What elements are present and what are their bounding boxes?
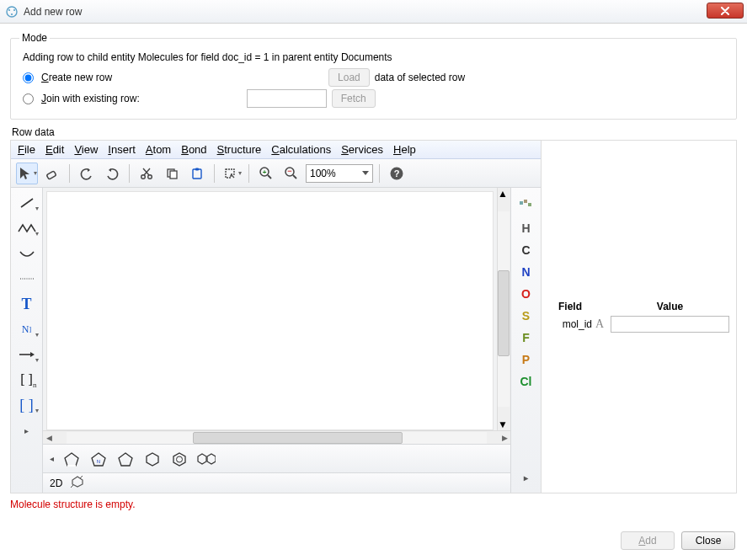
nlabel-tool[interactable]: N]▾ xyxy=(14,319,40,339)
cyclopentane-open[interactable] xyxy=(62,451,81,467)
clean-icon[interactable] xyxy=(71,476,84,490)
menu-edit[interactable]: Edit xyxy=(45,143,64,156)
hexagon-shape[interactable] xyxy=(143,451,162,467)
editor-main: File Edit View Insert Atom Bond Structur… xyxy=(11,141,542,493)
cyclopentane-n[interactable]: N xyxy=(89,451,108,467)
svg-text:N: N xyxy=(97,459,100,464)
curve-tool[interactable] xyxy=(14,243,40,264)
add-button[interactable]: Add xyxy=(621,531,675,550)
menu-file[interactable]: File xyxy=(18,143,35,156)
svg-point-5 xyxy=(141,174,146,179)
bracket-n-tool[interactable]: [ ]n xyxy=(14,370,40,390)
chain-tool[interactable]: ▾ xyxy=(14,218,40,238)
join-row-label[interactable]: Join with existing row: xyxy=(41,93,140,104)
element-cl[interactable]: Cl xyxy=(520,375,532,388)
element-toolbox: H C N O S F P Cl ▸ xyxy=(510,188,541,493)
menu-bond[interactable]: Bond xyxy=(181,143,206,156)
join-id-input[interactable] xyxy=(247,89,327,108)
zoom-in-button[interactable]: + xyxy=(255,163,277,184)
menu-services[interactable]: Services xyxy=(341,143,383,156)
svg-rect-9 xyxy=(193,169,201,179)
field-value-input[interactable] xyxy=(611,316,729,333)
svg-point-1 xyxy=(8,8,10,10)
svg-rect-8 xyxy=(170,171,177,179)
window-close-button[interactable] xyxy=(707,3,744,19)
copy-button[interactable] xyxy=(161,163,183,184)
fused-shape[interactable] xyxy=(197,451,216,467)
paste-button[interactable] xyxy=(186,163,208,184)
benzene-shape[interactable] xyxy=(170,451,189,467)
element-s[interactable]: S xyxy=(522,309,530,323)
mode-legend: Mode xyxy=(19,32,50,44)
menu-view[interactable]: View xyxy=(74,143,98,156)
element-p[interactable]: P xyxy=(522,353,530,366)
create-row-label[interactable]: Create new row xyxy=(41,72,112,83)
right-expand[interactable]: ▸ xyxy=(514,467,539,488)
menu-atom[interactable]: Atom xyxy=(146,143,171,156)
load-button[interactable]: Load xyxy=(328,68,370,87)
svg-marker-30 xyxy=(72,477,83,487)
svg-text:−: − xyxy=(287,167,291,175)
canvas[interactable] xyxy=(46,191,494,430)
dash-tool[interactable] xyxy=(14,269,40,289)
element-f[interactable]: F xyxy=(522,331,530,344)
zoom-select[interactable]: 100% xyxy=(306,164,373,183)
workspace: ▾ ▾ T N]▾ ▾ [ ]n [ ]▾ ▸ ▲▼ ◀▶ xyxy=(11,188,541,493)
svg-text:+: + xyxy=(263,168,267,175)
join-row-radio[interactable] xyxy=(23,93,34,104)
text-tool[interactable]: T xyxy=(14,294,40,314)
svg-line-32 xyxy=(71,485,73,488)
svg-marker-25 xyxy=(147,453,158,466)
svg-marker-28 xyxy=(198,454,206,464)
hscrollbar[interactable]: ◀▶ xyxy=(43,430,510,444)
help-button[interactable]: ? xyxy=(386,163,408,184)
svg-marker-24 xyxy=(119,453,132,466)
left-expand[interactable]: ▸ xyxy=(14,420,40,440)
shape-toolbar: ◂ N xyxy=(43,444,510,472)
lasso-tool[interactable]: ▾ xyxy=(221,163,243,184)
menubar: File Edit View Insert Atom Bond Structur… xyxy=(11,141,541,159)
periodic-icon[interactable] xyxy=(514,193,539,213)
svg-rect-10 xyxy=(195,168,199,170)
view-mode-2d[interactable]: 2D xyxy=(50,477,62,489)
zoom-out-button[interactable]: − xyxy=(280,163,302,184)
menu-help[interactable]: Help xyxy=(393,143,416,156)
arrow-tool[interactable]: ▾ xyxy=(14,344,40,365)
load-hint: data of selected row xyxy=(375,72,465,83)
menu-insert[interactable]: Insert xyxy=(108,143,136,156)
element-n[interactable]: N xyxy=(521,265,530,279)
cut-button[interactable] xyxy=(136,163,157,184)
titlebar: Add new row xyxy=(0,0,747,24)
single-bond-tool[interactable]: ▾ xyxy=(14,193,40,213)
fetch-button[interactable]: Fetch xyxy=(332,89,376,108)
toolbar: ▾ ▾ + − 100% ? xyxy=(11,159,541,188)
shape-expand[interactable]: ◂ xyxy=(50,454,54,463)
element-o[interactable]: O xyxy=(521,287,531,301)
svg-marker-20 xyxy=(65,453,78,466)
svg-rect-33 xyxy=(520,201,523,205)
pentagon-shape[interactable] xyxy=(116,451,135,467)
bracket-tool[interactable]: [ ]▾ xyxy=(14,395,40,415)
rowdata-label: Row data xyxy=(12,126,737,138)
svg-rect-35 xyxy=(528,203,531,206)
footer-bar: 2D xyxy=(43,472,510,493)
redo-button[interactable] xyxy=(101,163,123,184)
app-icon xyxy=(5,5,19,19)
menu-structure[interactable]: Structure xyxy=(217,143,262,156)
editor-box: File Edit View Insert Atom Bond Structur… xyxy=(10,140,737,493)
svg-point-3 xyxy=(11,13,13,14)
value-header: Value xyxy=(611,301,729,312)
svg-text:?: ? xyxy=(394,168,400,179)
svg-marker-26 xyxy=(173,453,185,466)
left-toolbox: ▾ ▾ T N]▾ ▾ [ ]n [ ]▾ ▸ xyxy=(11,188,43,493)
svg-rect-34 xyxy=(524,200,527,203)
eraser-tool[interactable] xyxy=(41,163,63,184)
select-tool[interactable]: ▾ xyxy=(16,163,38,184)
create-row-radio[interactable] xyxy=(23,72,34,83)
undo-button[interactable] xyxy=(76,163,98,184)
vscrollbar[interactable]: ▲▼ xyxy=(497,188,510,430)
element-c[interactable]: C xyxy=(521,243,530,257)
menu-calc[interactable]: Calculations xyxy=(271,143,331,156)
close-button[interactable]: Close xyxy=(681,531,735,550)
element-h[interactable]: H xyxy=(521,221,530,235)
